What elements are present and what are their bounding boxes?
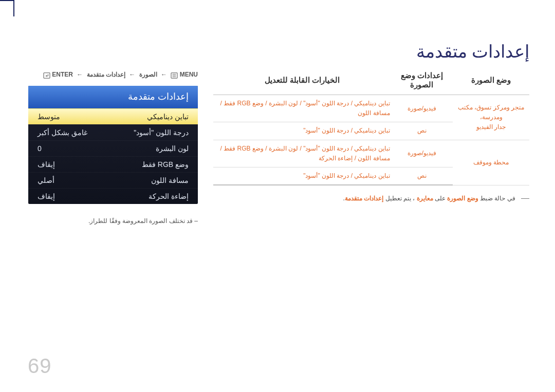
osd-row-value: إيقاف: [38, 160, 55, 169]
osd-row-value: إيقاف: [38, 192, 55, 200]
page-title: إعدادات متقدمة: [28, 41, 529, 62]
osd-row[interactable]: تباين ديناميكيمتوسط: [28, 108, 198, 124]
breadcrumb: MENU ← الصورة ← إعدادات متقدمة ← ENTER: [28, 71, 198, 79]
enter-icon: [43, 71, 50, 79]
osd-row-label: درجة اللون "أسود": [134, 128, 189, 137]
osd-panel: إعدادات متقدمة تباين ديناميكيمتوسطدرجة ا…: [28, 86, 198, 204]
menu-icon: [171, 71, 178, 79]
osd-row[interactable]: مسافة اللونأصلي: [28, 172, 198, 188]
osd-row-label: تباين ديناميكي: [147, 113, 189, 121]
left-column: وضع الصورة إعدادات وضع الصورة الخيارات ا…: [213, 71, 529, 202]
table-options-cell: تباين ديناميكي / درجة اللون "أسود": [213, 167, 391, 185]
model-footnote: – قد تختلف الصورة المعروضة وفقًا للطراز.: [28, 217, 198, 225]
table-settings-cell: فيديو/صورة: [391, 140, 453, 167]
dash-icon: [521, 198, 529, 199]
table-mode-cell: متجر ومركز تسوق، مكتب ومدرسة،جدار الفيدي…: [453, 95, 529, 140]
table-options-cell: تباين ديناميكي / درجة اللون "أسود" / لون…: [213, 95, 391, 122]
breadcrumb-step: إعدادات متقدمة: [87, 71, 125, 78]
osd-row-value: 0: [38, 144, 42, 153]
svg-rect-4: [44, 73, 50, 78]
breadcrumb-step: الصورة: [139, 71, 157, 78]
osd-row-label: وضع RGB فقط: [142, 160, 189, 169]
table-options-cell: تباين ديناميكي / درجة اللون "أسود": [213, 122, 391, 140]
options-table: وضع الصورة إعدادات وضع الصورة الخيارات ا…: [213, 71, 529, 185]
right-column: MENU ← الصورة ← إعدادات متقدمة ← ENTER إ…: [28, 71, 198, 225]
page-number: 69: [28, 354, 52, 378]
osd-row-label: مسافة اللون: [151, 176, 189, 184]
osd-row-value: متوسط: [38, 113, 60, 121]
arrow-icon: ←: [77, 71, 83, 78]
table-footnote: في حالة ضبط وضع الصورة على معايرة ، يتم …: [213, 195, 529, 202]
osd-row[interactable]: إضاءة الحركةإيقاف: [28, 188, 198, 204]
enter-label: ENTER: [52, 71, 73, 78]
arrow-icon: ←: [129, 71, 135, 78]
menu-label: MENU: [180, 71, 198, 78]
osd-row-label: لون البشرة: [156, 144, 189, 153]
osd-row-label: إضاءة الحركة: [149, 192, 189, 200]
table-options-cell: تباين ديناميكي / درجة اللون "أسود" / لون…: [213, 140, 391, 167]
table-settings-cell: فيديو/صورة: [391, 95, 453, 122]
table-settings-cell: نص: [391, 167, 453, 185]
osd-row[interactable]: وضع RGB فقطإيقاف: [28, 156, 198, 172]
osd-row[interactable]: درجة اللون "أسود"غامق بشكل أكبر: [28, 124, 198, 140]
osd-header: إعدادات متقدمة: [28, 86, 198, 108]
table-settings-cell: نص: [391, 122, 453, 140]
arrow-icon: ←: [161, 71, 167, 78]
osd-row-value: أصلي: [38, 176, 54, 184]
osd-row[interactable]: لون البشرة0: [28, 140, 198, 156]
col-settings: إعدادات وضع الصورة: [391, 71, 453, 95]
col-adjustable: الخيارات القابلة للتعديل: [213, 71, 391, 95]
page-content: إعدادات متقدمة MENU ← الصورة ← إعدادات م…: [28, 41, 529, 225]
col-mode: وضع الصورة: [453, 71, 529, 95]
table-mode-cell: محطة وموقف: [453, 140, 529, 185]
osd-row-value: غامق بشكل أكبر: [38, 128, 87, 137]
corner-decoration: [0, 0, 14, 16]
